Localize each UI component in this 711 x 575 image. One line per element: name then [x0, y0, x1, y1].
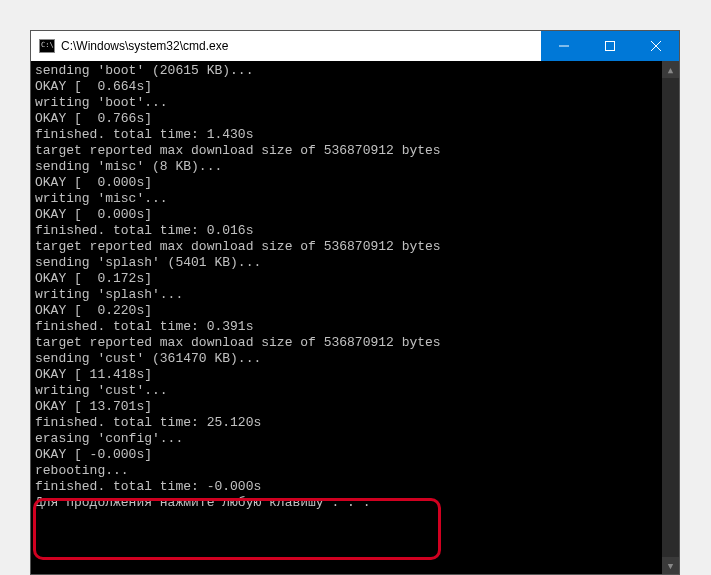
svg-rect-1: [606, 42, 615, 51]
terminal-line: OKAY [ 0.220s]: [35, 303, 675, 319]
window-controls: [541, 31, 679, 61]
cmd-icon: [39, 39, 55, 53]
terminal-output: sending 'boot' (20615 KB)...OKAY [ 0.664…: [31, 61, 679, 574]
window-title: C:\Windows\system32\cmd.exe: [61, 39, 228, 53]
terminal-line: sending 'misc' (8 KB)...: [35, 159, 675, 175]
close-icon: [651, 41, 661, 51]
terminal-line: target reported max download size of 536…: [35, 143, 675, 159]
terminal-line: finished. total time: -0.000s: [35, 479, 675, 495]
terminal-line: OKAY [ 0.664s]: [35, 79, 675, 95]
titlebar[interactable]: C:\Windows\system32\cmd.exe: [31, 31, 679, 61]
terminal-line: OKAY [ 13.701s]: [35, 399, 675, 415]
terminal-line: writing 'cust'...: [35, 383, 675, 399]
terminal-line: finished. total time: 1.430s: [35, 127, 675, 143]
terminal-line: OKAY [ 11.418s]: [35, 367, 675, 383]
terminal-line: rebooting...: [35, 463, 675, 479]
close-button[interactable]: [633, 31, 679, 61]
scrollbar[interactable]: ▲ ▼: [662, 61, 679, 574]
minimize-button[interactable]: [541, 31, 587, 61]
minimize-icon: [559, 41, 569, 51]
terminal-line: sending 'cust' (361470 KB)...: [35, 351, 675, 367]
terminal-line: finished. total time: 0.016s: [35, 223, 675, 239]
terminal-line: writing 'splash'...: [35, 287, 675, 303]
terminal-line: OKAY [ 0.172s]: [35, 271, 675, 287]
terminal-line: Для продолжения нажмите любую клавишу . …: [35, 495, 675, 511]
terminal-line: writing 'misc'...: [35, 191, 675, 207]
terminal-line: OKAY [ -0.000s]: [35, 447, 675, 463]
terminal-line: sending 'boot' (20615 KB)...: [35, 63, 675, 79]
terminal-line: erasing 'config'...: [35, 431, 675, 447]
scroll-down-button[interactable]: ▼: [662, 557, 679, 574]
terminal-line: OKAY [ 0.000s]: [35, 207, 675, 223]
scroll-up-button[interactable]: ▲: [662, 61, 679, 78]
cmd-window: C:\Windows\system32\cmd.exe sending 'boo…: [30, 30, 680, 575]
terminal-line: target reported max download size of 536…: [35, 239, 675, 255]
terminal-line: finished. total time: 25.120s: [35, 415, 675, 431]
maximize-icon: [605, 41, 615, 51]
terminal-line: target reported max download size of 536…: [35, 335, 675, 351]
terminal-line: writing 'boot'...: [35, 95, 675, 111]
terminal-line: finished. total time: 0.391s: [35, 319, 675, 335]
terminal-line: OKAY [ 0.766s]: [35, 111, 675, 127]
terminal-line: sending 'splash' (5401 KB)...: [35, 255, 675, 271]
terminal-line: OKAY [ 0.000s]: [35, 175, 675, 191]
maximize-button[interactable]: [587, 31, 633, 61]
